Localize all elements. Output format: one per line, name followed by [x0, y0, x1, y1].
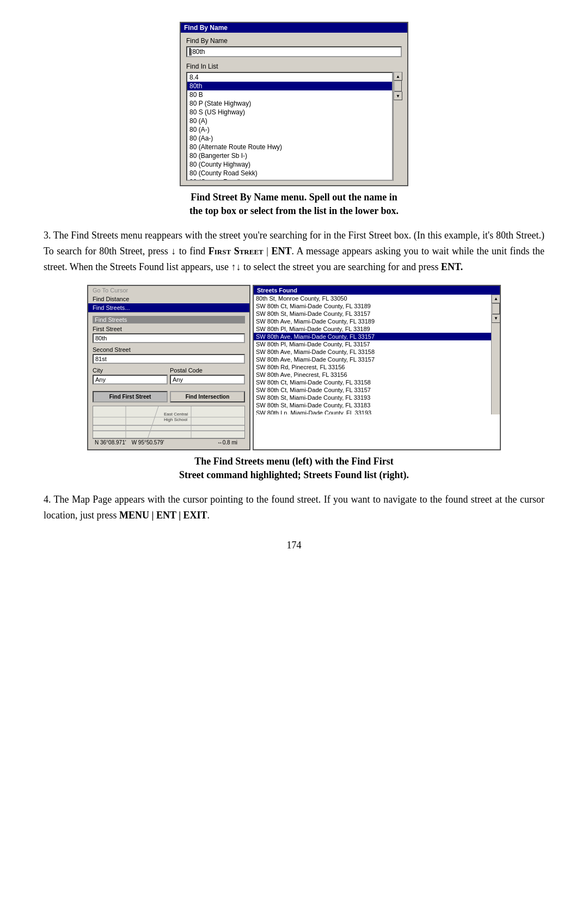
menu-go-to-cursor[interactable]: Go To Cursor — [88, 286, 249, 295]
list-item[interactable]: 80 (A-) — [187, 125, 392, 134]
streets-list-content: 80th St, Monroe County, FL 33050SW 80th … — [254, 295, 491, 414]
list-item[interactable]: 80 (Bangerter Sb I-) — [187, 151, 392, 160]
street-item[interactable]: SW 80th Ct, Miami-Dade County, FL 33157 — [254, 386, 491, 394]
postal-label: Postal Code — [170, 367, 245, 374]
street-item[interactable]: SW 80th St, Miami-Dade County, FL 33193 — [254, 394, 491, 401]
search-value: 80th — [192, 48, 205, 56]
first-street-input[interactable]: 80th — [93, 333, 245, 343]
bottom-caption-line1: The Find Streets menu (left) with the Fi… — [179, 455, 409, 468]
streets-scroll-up[interactable]: ▲ — [492, 295, 500, 303]
scroll-up-btn[interactable]: ▲ — [394, 72, 402, 81]
first-street-label: First Street — [209, 246, 264, 257]
dialog-content: Find By Name |80th Find In List 8.480th8… — [181, 33, 407, 185]
find-streets-content: Find Streets First Street 80th Second St… — [88, 313, 249, 449]
streets-found-panel: Streets Found 80th St, Monroe County, FL… — [253, 285, 501, 450]
street-item[interactable]: SW 80th Ct, Miami-Dade County, FL 33158 — [254, 378, 491, 386]
menu-ent-exit: MENU | ENT | EXIT — [119, 510, 207, 521]
streets-found-titlebar: Streets Found — [254, 286, 500, 295]
button-row: Find First Street Find Intersection — [93, 391, 245, 402]
paragraph1: 3. The Find Streets menu reappears with … — [44, 228, 544, 274]
search-input-display[interactable]: |80th — [186, 46, 402, 57]
find-in-list-container: 8.480th80 B80 P (State Highway)80 S (US … — [186, 72, 402, 181]
find-in-list-box[interactable]: 8.480th80 B80 P (State Highway)80 S (US … — [186, 72, 393, 181]
map-label-east-central: East Central — [164, 412, 188, 417]
street-item[interactable]: SW 80th St, Miami-Dade County, FL 33157 — [254, 310, 491, 317]
menu-find-distance[interactable]: Find Distance — [88, 295, 249, 303]
status-bar: N 36°08.971' W 95°50.579' ↔ 0.8 mi — [93, 438, 245, 446]
list-item[interactable]: 80 S (US Highway) — [187, 108, 392, 117]
caption-line2: the top box or select from the list in t… — [189, 204, 399, 218]
postal-input[interactable]: Any — [170, 375, 245, 384]
status-scale-icon: ↔ — [217, 439, 223, 445]
bottom-figure-caption: The Find Streets menu (left) with the Fi… — [179, 455, 409, 482]
streets-list[interactable]: 80th St, Monroe County, FL 33050SW 80th … — [254, 295, 500, 414]
top-figure-caption: Find Street By Name menu. Spell out the … — [189, 191, 399, 218]
list-item[interactable]: 80 B — [187, 90, 392, 99]
bottom-figure: Go To Cursor Find Distance Find Streets.… — [44, 285, 544, 482]
list-item[interactable]: 8.4 — [187, 73, 392, 82]
street-item[interactable]: SW 80th Pl, Miami-Dade County, FL 33189 — [254, 325, 491, 333]
ent-end: ENT. — [441, 261, 463, 272]
streets-scroll-thumb[interactable] — [492, 303, 500, 314]
map-preview: East Central High School — [93, 406, 245, 438]
ent-label: ENT — [271, 246, 291, 257]
city-col: City Any — [93, 367, 168, 388]
status-lon: W 95°50.579' — [132, 439, 164, 445]
first-street-label: First Street — [93, 326, 245, 332]
street-item[interactable]: 80th St, Monroe County, FL 33050 — [254, 295, 491, 302]
street-item[interactable]: SW 80th Ave, Miami-Dade County, FL 33189 — [254, 317, 491, 325]
map-label-high-school: High School — [164, 417, 187, 422]
list-item[interactable]: 80 (County Road Sekk) — [187, 169, 392, 178]
find-first-street-button[interactable]: Find First Street — [93, 391, 168, 402]
bottom-panels: Go To Cursor Find Distance Find Streets.… — [87, 285, 501, 450]
city-postal-row: City Any Postal Code Any — [93, 367, 245, 388]
list-item[interactable]: 80 (A) — [187, 117, 392, 125]
street-item[interactable]: SW 80th St, Miami-Dade County, FL 33183 — [254, 401, 491, 409]
second-street-label: Second Street — [93, 346, 245, 353]
city-label: City — [93, 367, 168, 374]
caption-line1: Find Street By Name menu. Spell out the … — [189, 191, 399, 204]
find-in-list-label: Find In List — [186, 63, 402, 70]
street-item[interactable]: SW 80th Ave, Miami-Dade County, FL 33157 — [254, 333, 491, 340]
second-street-input[interactable]: 81st — [93, 354, 245, 364]
list-item[interactable]: 80 (Alternate Route Route Hwy) — [187, 143, 392, 151]
street-item[interactable]: SW 80th Pl, Miami-Dade County, FL 33157 — [254, 340, 491, 348]
streets-scroll-down[interactable]: ▼ — [492, 314, 500, 323]
list-item[interactable]: 80 (County Highway) — [187, 160, 392, 169]
scrollbar[interactable]: ▲ ▼ — [393, 72, 402, 181]
bottom-caption-line2: Street command highlighted; Streets Foun… — [179, 468, 409, 482]
list-item[interactable]: 80 P (State Highway) — [187, 99, 392, 108]
street-item[interactable]: SW 80th Ct, Miami-Dade County, FL 33189 — [254, 302, 491, 310]
scroll-thumb[interactable] — [394, 81, 402, 91]
status-lat: N 36°08.971' — [95, 439, 126, 445]
list-item[interactable]: 80th — [187, 82, 392, 90]
find-intersection-button[interactable]: Find Intersection — [170, 391, 245, 402]
menu-items: Go To Cursor Find Distance Find Streets.… — [88, 286, 249, 313]
street-item[interactable]: SW 80th Ave, Miami-Dade County, FL 33158 — [254, 348, 491, 356]
street-item[interactable]: SW 80th Ave, Miami-Dade County, FL 33157 — [254, 356, 491, 363]
dialog-titlebar: Find By Name — [181, 23, 407, 33]
list-item[interactable]: 80 (Aa-) — [187, 134, 392, 143]
menu-find-streets[interactable]: Find Streets... — [88, 303, 249, 312]
paragraph2: 4. The Map Page appears with the cursor … — [44, 492, 544, 523]
section-header: Find Streets — [93, 316, 245, 323]
svg-line-4 — [148, 406, 158, 438]
scroll-down-btn[interactable]: ▼ — [394, 91, 402, 100]
street-item[interactable]: SW 80th Ln, Miami-Dade County, FL 33193 — [254, 409, 491, 414]
top-figure: Find By Name Find By Name |80th Find In … — [44, 22, 544, 218]
postal-col: Postal Code Any — [170, 367, 245, 388]
city-input[interactable]: Any — [93, 375, 168, 384]
streets-scrollbar[interactable]: ▲ ▼ — [491, 295, 500, 414]
dialog-title: Find By Name — [184, 24, 228, 32]
street-item[interactable]: SW 80th Rd, Pinecrest, FL 33156 — [254, 363, 491, 371]
find-by-name-label: Find By Name — [186, 37, 402, 45]
street-item[interactable]: SW 80th Ave, Pinecrest, FL 33156 — [254, 371, 491, 378]
find-by-name-dialog: Find By Name Find By Name |80th Find In … — [180, 22, 408, 186]
list-item[interactable]: 80 (County Road) — [187, 178, 392, 181]
status-scale: 0.8 mi — [223, 439, 237, 445]
find-streets-panel: Go To Cursor Find Distance Find Streets.… — [87, 285, 250, 450]
page-number: 174 — [44, 540, 544, 551]
